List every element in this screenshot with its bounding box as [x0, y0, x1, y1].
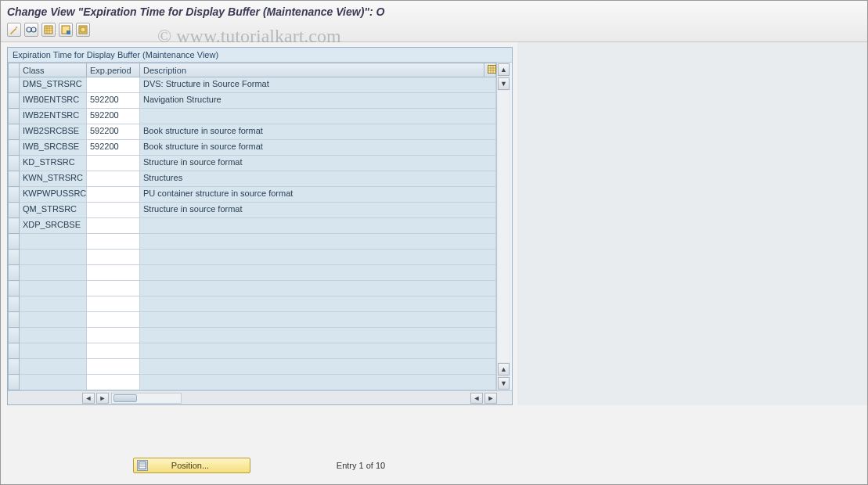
cell-description — [140, 375, 495, 390]
row-selector[interactable] — [9, 187, 20, 203]
table-row — [9, 281, 496, 296]
cell-exp-period[interactable]: 592200 — [87, 124, 139, 139]
vertical-scrollbar[interactable]: ▲ ▼ ▲ ▼ — [496, 63, 510, 390]
row-selector[interactable] — [9, 343, 20, 359]
col-header-desc[interactable]: Description — [140, 63, 484, 77]
cell-description: Navigation Structure — [140, 93, 495, 108]
cell-description — [140, 234, 495, 249]
position-icon — [137, 460, 148, 471]
scroll-down-button[interactable]: ▼ — [498, 377, 510, 390]
cell-class: KWPWPUSSRC — [20, 187, 86, 202]
cell-exp-period[interactable] — [87, 234, 139, 249]
toolbar-deselect-all-button[interactable] — [59, 23, 73, 37]
row-selector[interactable] — [9, 359, 20, 375]
cell-exp-period[interactable] — [87, 156, 139, 171]
cell-exp-period[interactable]: 592200 — [87, 93, 139, 108]
cell-description — [140, 328, 495, 343]
cell-exp-period[interactable]: 592200 — [87, 140, 139, 155]
maintenance-panel: Expiration Time for Display Buffer (Main… — [7, 47, 513, 405]
scroll-down-step-button[interactable]: ▼ — [498, 77, 510, 90]
toolbar-delete-button[interactable] — [76, 23, 90, 37]
empty-right-pane — [517, 42, 867, 405]
row-selector[interactable] — [9, 171, 20, 187]
panel-title: Expiration Time for Display Buffer (Main… — [8, 48, 512, 63]
configure-columns-button[interactable] — [484, 63, 496, 77]
row-selector[interactable] — [9, 203, 20, 218]
table-row — [9, 343, 496, 359]
cell-description: Book structure in source format — [140, 140, 495, 155]
cell-exp-period[interactable] — [87, 296, 139, 311]
cell-exp-period[interactable] — [87, 312, 139, 327]
cell-description — [140, 265, 495, 280]
table-row — [9, 296, 496, 312]
entry-counter: Entry 1 of 10 — [337, 461, 385, 470]
hscroll-right-step-button[interactable]: ► — [96, 393, 109, 404]
row-selector-header[interactable] — [9, 63, 20, 77]
page-title: Change View "Expiration Time for Display… — [7, 4, 861, 21]
row-selector[interactable] — [9, 109, 20, 124]
cell-description — [140, 281, 495, 296]
cell-class: KD_STRSRC — [20, 156, 86, 171]
row-selector[interactable] — [9, 250, 20, 265]
cell-exp-period[interactable] — [87, 218, 139, 233]
table-row: KWPWPUSSRCPU container structure in sour… — [9, 187, 496, 203]
cell-class: IWB2SRCBSE — [20, 124, 86, 139]
footer-bar: Position... Entry 1 of 10 — [1, 458, 517, 473]
table-row — [9, 234, 496, 250]
scroll-up-step-button[interactable]: ▲ — [498, 363, 510, 375]
cell-exp-period[interactable] — [87, 203, 139, 217]
row-selector[interactable] — [9, 328, 20, 343]
row-selector[interactable] — [9, 156, 20, 171]
row-selector[interactable] — [9, 218, 20, 234]
vscroll-track[interactable] — [498, 91, 510, 362]
row-selector[interactable] — [9, 296, 20, 312]
cell-class — [20, 312, 86, 327]
svg-rect-5 — [67, 31, 70, 34]
cell-class — [20, 375, 86, 390]
cell-class — [20, 296, 86, 311]
table-row: IWB2SRCBSE592200Book structure in source… — [9, 124, 496, 140]
table-row: XDP_SRCBSE — [9, 218, 496, 234]
col-header-exp[interactable]: Exp.period — [87, 63, 140, 77]
row-selector[interactable] — [9, 124, 20, 140]
toolbar-display-button[interactable] — [24, 23, 38, 37]
cell-exp-period[interactable] — [87, 375, 139, 390]
cell-exp-period[interactable] — [87, 187, 139, 202]
cell-exp-period[interactable] — [87, 171, 139, 186]
cell-exp-period[interactable] — [87, 359, 139, 374]
table-row — [9, 359, 496, 375]
cell-exp-period[interactable] — [87, 343, 139, 358]
toolbar-select-all-button[interactable] — [41, 23, 56, 37]
row-selector[interactable] — [9, 375, 20, 390]
row-selector[interactable] — [9, 281, 20, 296]
hscroll-thumb[interactable] — [113, 394, 137, 402]
col-header-class[interactable]: Class — [20, 63, 87, 77]
row-selector[interactable] — [9, 77, 20, 93]
row-selector[interactable] — [9, 312, 20, 328]
hscroll-track[interactable] — [111, 393, 182, 404]
cell-exp-period[interactable] — [87, 265, 139, 280]
cell-description: Book structure in source format — [140, 124, 495, 139]
toolbar-toggle-button[interactable] — [7, 23, 21, 37]
position-button[interactable]: Position... — [133, 458, 250, 473]
hscroll-left-end-button[interactable]: ◄ — [470, 393, 483, 404]
cell-exp-period[interactable] — [87, 281, 139, 296]
cell-exp-period[interactable] — [87, 77, 139, 92]
row-selector[interactable] — [9, 93, 20, 109]
scroll-up-button[interactable]: ▲ — [498, 63, 510, 76]
row-selector[interactable] — [9, 234, 20, 250]
table-row — [9, 265, 496, 281]
hscroll-left-button[interactable]: ◄ — [82, 393, 95, 404]
cell-exp-period[interactable]: 592200 — [87, 109, 139, 124]
row-selector[interactable] — [9, 140, 20, 156]
hscroll-right-end-button[interactable]: ► — [484, 393, 497, 404]
row-selector[interactable] — [9, 265, 20, 281]
cell-description: DVS: Structure in Source Format — [140, 77, 495, 92]
cell-class: IWB2ENTSRC — [20, 109, 86, 124]
cell-class — [20, 234, 86, 249]
cell-class — [20, 265, 86, 280]
grid-save-icon — [61, 25, 70, 34]
cell-exp-period[interactable] — [87, 250, 139, 264]
cell-exp-period[interactable] — [87, 328, 139, 343]
cell-class: XDP_SRCBSE — [20, 218, 86, 233]
